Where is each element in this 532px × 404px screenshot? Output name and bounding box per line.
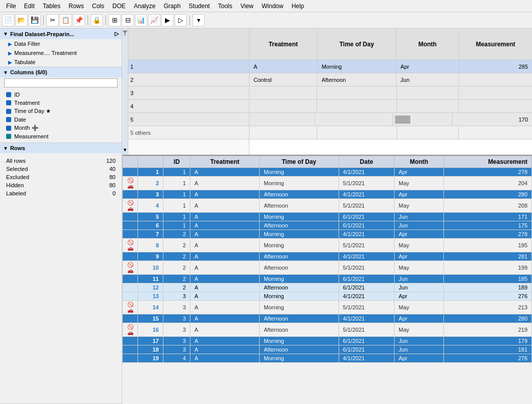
- toolbar-paste[interactable]: 📌: [73, 14, 85, 26]
- toolbar-copy[interactable]: 📋: [60, 14, 72, 26]
- table-row[interactable]: 112AMorning6/1/2021Jun185: [123, 275, 532, 283]
- exclude-icon: 🚫: [127, 302, 133, 307]
- columns-arrow: ▼: [3, 70, 8, 75]
- cell-rownum: 7: [138, 230, 163, 239]
- toolbar-chart[interactable]: 📊: [135, 14, 147, 26]
- chart-header-timeofday[interactable]: Time of Day: [318, 28, 397, 60]
- cell-treatment: A: [190, 239, 260, 252]
- menu-graph[interactable]: Graph: [159, 2, 184, 11]
- table-row[interactable]: 🚫🚗82AMorning5/1/2021May195: [123, 239, 532, 252]
- col-item-treatment[interactable]: Treatment: [0, 99, 122, 107]
- panel-item-measurement[interactable]: ▶ Measureme.... Treatment: [0, 48, 122, 57]
- funnel-icon[interactable]: [123, 31, 128, 36]
- cell-icons: [123, 221, 138, 230]
- scroll-down-icon[interactable]: ▼: [123, 147, 128, 153]
- rows-selected-value: 40: [82, 165, 117, 172]
- menu-help[interactable]: Help: [288, 2, 309, 11]
- table-row[interactable]: 🚫🚗41AAfternoon5/1/2021May208: [123, 199, 532, 213]
- data-table-header: ID Treatment Time of Day Date Month Meas…: [123, 156, 532, 168]
- table-row[interactable]: 194AMorning4/1/2021Apr276: [123, 354, 532, 363]
- menu-doe[interactable]: DOE: [108, 2, 130, 11]
- table-row[interactable]: 🚫🚗143AMorning5/1/2021May213: [123, 301, 532, 314]
- menu-tables[interactable]: Tables: [39, 2, 65, 11]
- table-row[interactable]: 61AAfternoon6/1/2021Jun175: [123, 221, 532, 230]
- table-row[interactable]: 11AMorning4/1/2021Apr278: [123, 168, 532, 177]
- menu-window[interactable]: Window: [258, 2, 288, 11]
- toolbar-run[interactable]: ▶: [161, 14, 174, 26]
- cell-treatment: A: [190, 323, 260, 337]
- table-row[interactable]: 51AMorning6/1/2021Jun171: [123, 213, 532, 221]
- col-item-measurement[interactable]: Measurement: [0, 132, 122, 140]
- table-row[interactable]: 183AAfternoon6/1/2021Jun181: [123, 345, 532, 354]
- panel-item-tabulate[interactable]: ▶ Tabulate: [0, 57, 122, 67]
- th-id[interactable]: ID: [163, 156, 190, 168]
- menu-analyze[interactable]: Analyze: [130, 2, 160, 11]
- columns-header[interactable]: ▼ Columns (6/0): [0, 67, 122, 77]
- menu-cols[interactable]: Cols: [88, 2, 108, 11]
- menu-tools[interactable]: Tools: [214, 2, 236, 11]
- toolbar-extra[interactable]: ▾: [192, 14, 205, 26]
- toolbar-new[interactable]: 📄: [2, 14, 14, 26]
- menu-file[interactable]: File: [2, 2, 20, 11]
- panel-item-datafilter[interactable]: ▶ Data Filter: [0, 39, 122, 48]
- cell-treatment: A: [190, 261, 260, 275]
- table-row[interactable]: 153AAfternoon4/1/2021Apr280: [123, 314, 532, 323]
- col-label-timeofday: Time of Day ★: [14, 108, 51, 114]
- col-item-month[interactable]: Month ➕: [0, 124, 122, 132]
- chart-header-treatment[interactable]: Treatment: [249, 28, 318, 60]
- chart-data-row-2-measurement: [459, 73, 532, 86]
- toolbar-open[interactable]: 📂: [15, 14, 27, 26]
- th-measurement[interactable]: Measurement: [444, 156, 532, 168]
- col-item-timeofday[interactable]: Time of Day ★: [0, 107, 122, 116]
- chart-data-row-5-treatment: [249, 113, 315, 126]
- cell-treatment: A: [190, 221, 260, 230]
- chart-data-others-t: [249, 126, 317, 139]
- table-row[interactable]: 🚫🚗163AAfternoon5/1/2021May219: [123, 323, 532, 337]
- th-rownum[interactable]: [138, 156, 163, 168]
- menu-student[interactable]: Student: [185, 2, 214, 11]
- table-row[interactable]: 133AMorning4/1/2021Apr276: [123, 292, 532, 301]
- toolbar-scatter[interactable]: 📈: [148, 14, 160, 26]
- toolbar-save[interactable]: 💾: [29, 14, 41, 26]
- toolbar-cut[interactable]: ✂: [46, 14, 59, 26]
- col-item-id[interactable]: ID: [0, 91, 122, 99]
- cell-timeofday: Morning: [260, 275, 339, 283]
- menu-rows[interactable]: Rows: [65, 2, 88, 11]
- chart-data-row-4-treatment: [249, 100, 317, 112]
- table-row[interactable]: 31AAfternoon4/1/2021Apr280: [123, 190, 532, 199]
- table-row[interactable]: 🚫🚗21AMorning5/1/2021May204: [123, 177, 532, 190]
- th-timeofday[interactable]: Time of Day: [260, 156, 339, 168]
- cell-rownum: 6: [138, 221, 163, 230]
- col-label-id: ID: [14, 92, 20, 98]
- toolbar-table[interactable]: ⊞: [108, 14, 121, 26]
- chart-data-row-1-measurement: 285: [459, 60, 532, 73]
- col-item-date[interactable]: Date: [0, 116, 122, 124]
- th-treatment[interactable]: Treatment: [190, 156, 260, 168]
- chart-data-row-3-treatment: [249, 86, 317, 99]
- cell-measurement: 171: [444, 213, 532, 221]
- menu-view[interactable]: View: [236, 2, 258, 11]
- toolbar-run2[interactable]: ▷: [175, 14, 187, 26]
- toolbar-cols[interactable]: ⊟: [122, 14, 134, 26]
- toolbar-lock[interactable]: 🔒: [91, 14, 103, 26]
- col-label-measurement: Measurement: [14, 133, 48, 139]
- table-row[interactable]: 122AAfternoon6/1/2021Jun189: [123, 283, 532, 292]
- chart-header-month[interactable]: Month: [397, 28, 459, 60]
- cell-date: 5/1/2021: [339, 261, 395, 275]
- table-row[interactable]: 92AAfternoon4/1/2021Apr281: [123, 252, 532, 261]
- rows-header[interactable]: ▼ Rows: [0, 143, 122, 153]
- dataset-header[interactable]: ▼ Final Dataset-Preparin... ▷: [0, 28, 122, 39]
- cell-measurement: 199: [444, 261, 532, 275]
- cell-timeofday: Afternoon: [260, 261, 339, 275]
- menu-edit[interactable]: Edit: [20, 2, 39, 11]
- th-date[interactable]: Date: [339, 156, 395, 168]
- table-row[interactable]: 173AMorning6/1/2021Jun179: [123, 337, 532, 345]
- cell-date: 4/1/2021: [339, 292, 395, 301]
- columns-search-input[interactable]: [4, 78, 118, 88]
- table-row[interactable]: 🚫🚗102AAfternoon5/1/2021May199: [123, 261, 532, 275]
- cell-rownum: 12: [138, 283, 163, 292]
- th-month[interactable]: Month: [395, 156, 444, 168]
- dataset-expand-icon[interactable]: ▷: [115, 31, 119, 37]
- chart-header-measurement[interactable]: Measurement: [459, 28, 532, 60]
- table-row[interactable]: 72AMorning4/1/2021Apr278: [123, 230, 532, 239]
